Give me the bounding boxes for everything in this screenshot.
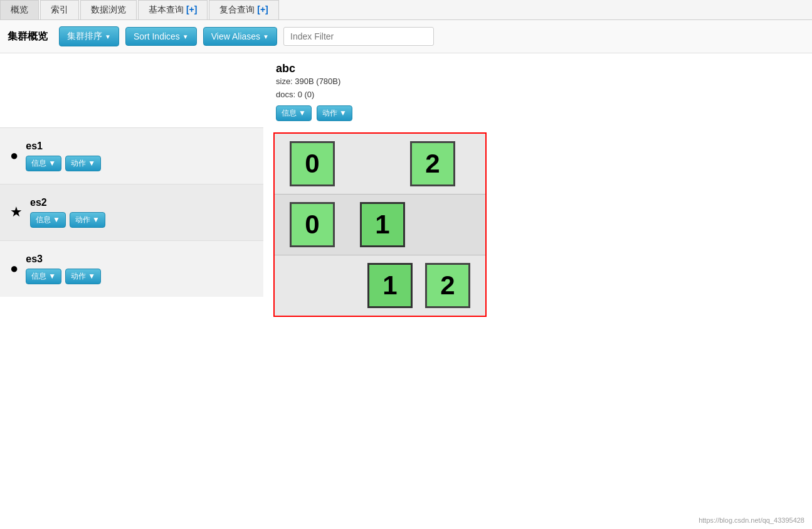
es1-shards-row: 0 2 [275, 134, 485, 194]
node-list: ● es1 信息 ▼ 动作 ▼ [0, 127, 263, 322]
es2-action-button[interactable]: 动作 ▼ [70, 212, 105, 228]
tab-overview[interactable]: 概览 [0, 0, 39, 19]
es3-shard-2: 2 [425, 263, 470, 308]
tab-basic-query[interactable]: 基本查询 [+] [138, 0, 208, 19]
es3-icon: ● [10, 260, 18, 277]
abc-info-button[interactable]: 信息 ▼ [276, 105, 312, 121]
index-filter-input[interactable] [283, 27, 434, 46]
es2-info: es2 信息 ▼ 动作 ▼ [30, 197, 105, 228]
es1-action-button[interactable]: 动作 ▼ [65, 156, 101, 171]
nodes-section: ● es1 信息 ▼ 动作 ▼ [0, 127, 812, 322]
main-content: abc size: 390B (780B) docs: 0 (0) 信息 ▼ 动… [0, 53, 812, 322]
es3-shards-row: 1 2 [275, 255, 485, 316]
cluster-sort-button[interactable]: 集群排序 ▼ [59, 26, 119, 46]
tab-index[interactable]: 索引 [40, 0, 79, 19]
es2-shard-0: 0 [290, 202, 335, 247]
page-title: 集群概览 [8, 30, 48, 43]
es3-info-button[interactable]: 信息 ▼ [26, 269, 61, 284]
es3-info: es3 信息 ▼ 动作 ▼ [26, 254, 101, 284]
es2-shard-1: 1 [360, 202, 405, 247]
tab-data-browser[interactable]: 数据浏览 [80, 0, 137, 19]
node-row-es1: ● es1 信息 ▼ 动作 ▼ [0, 127, 263, 184]
es3-name: es3 [26, 254, 101, 265]
es1-info-button[interactable]: 信息 ▼ [26, 156, 61, 171]
shards-section: 0 2 0 [263, 127, 812, 322]
view-aliases-button[interactable]: View Aliases ▼ [203, 27, 277, 46]
tab-compound-query[interactable]: 复合查询 [+] [209, 0, 278, 19]
es1-shard-0: 0 [290, 141, 335, 186]
index-size: size: 390B (780B) [276, 75, 799, 88]
toolbar: 集群概览 集群排序 ▼ Sort Indices ▼ View Aliases … [0, 20, 812, 53]
shards-overlay: 0 2 0 [273, 132, 487, 317]
es2-shards-row: 0 1 [275, 195, 485, 255]
node-row-es3: ● es3 信息 ▼ 动作 ▼ [0, 240, 263, 297]
es1-name: es1 [26, 141, 101, 152]
index-name: abc [276, 62, 799, 75]
es3-action-button[interactable]: 动作 ▼ [65, 269, 101, 284]
left-spacer [0, 53, 263, 127]
es2-icon: ★ [10, 204, 23, 220]
es3-shard-1: 1 [367, 263, 413, 308]
es1-shard-2: 2 [410, 141, 455, 186]
top-navigation: 概览 索引 数据浏览 基本查询 [+] 复合查询 [+] [0, 0, 812, 20]
index-docs: docs: 0 (0) [276, 88, 799, 102]
es2-name: es2 [30, 197, 105, 208]
es1-icon: ● [10, 147, 18, 164]
index-actions: 信息 ▼ 动作 ▼ [276, 105, 799, 121]
footer-url: https://blog.csdn.net/qq_43395428 [699, 516, 804, 524]
abc-index-info: abc size: 390B (780B) docs: 0 (0) 信息 ▼ 动… [263, 53, 812, 127]
es2-info-button[interactable]: 信息 ▼ [30, 212, 66, 228]
sort-indices-button[interactable]: Sort Indices ▼ [125, 27, 197, 46]
index-section: abc size: 390B (780B) docs: 0 (0) 信息 ▼ 动… [0, 53, 812, 127]
es1-info: es1 信息 ▼ 动作 ▼ [26, 141, 101, 171]
node-row-es2: ★ es2 信息 ▼ 动作 ▼ [0, 184, 263, 240]
abc-action-button[interactable]: 动作 ▼ [317, 105, 352, 121]
